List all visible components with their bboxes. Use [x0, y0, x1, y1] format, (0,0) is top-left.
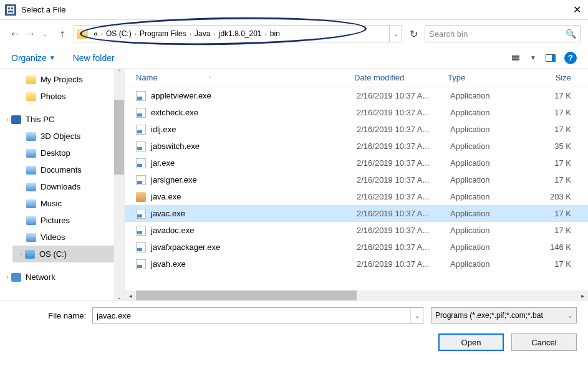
- file-icon: [136, 91, 146, 101]
- search-input-wrap[interactable]: 🔍: [425, 25, 581, 42]
- tree-item[interactable]: Downloads: [12, 178, 124, 195]
- scroll-left-icon[interactable]: ◂: [125, 290, 136, 300]
- file-icon: [136, 125, 146, 135]
- file-row[interactable]: javac.exe2/16/2019 10:37 A...Application…: [125, 205, 588, 222]
- refresh-button[interactable]: ↻: [406, 28, 421, 40]
- tree-item[interactable]: Desktop: [12, 145, 124, 161]
- spec-icon: [26, 199, 36, 208]
- file-size: 17 K: [536, 209, 571, 218]
- scroll-thumb[interactable]: [114, 100, 124, 175]
- recent-dropdown[interactable]: ⌄: [37, 31, 52, 37]
- file-type: Application: [450, 141, 536, 151]
- view-options-button[interactable]: [508, 50, 523, 65]
- file-name: javafxpackager.exe: [151, 242, 357, 252]
- file-row[interactable]: javafxpackager.exe2/16/2019 10:37 A...Ap…: [125, 239, 588, 256]
- file-row[interactable]: jar.exe2/16/2019 10:37 A...Application17…: [125, 155, 588, 171]
- scroll-up-icon[interactable]: ⌃: [114, 69, 124, 75]
- file-row[interactable]: javadoc.exe2/16/2019 10:37 A...Applicati…: [125, 222, 588, 239]
- breadcrumb-item[interactable]: jdk1.8.0_201: [216, 29, 265, 38]
- breadcrumb-item[interactable]: Program Files: [137, 29, 190, 38]
- folder-icon: [26, 92, 36, 101]
- file-size: 17 K: [536, 259, 571, 269]
- filename-input[interactable]: [93, 308, 410, 323]
- column-type[interactable]: Type: [448, 73, 534, 82]
- file-row[interactable]: idlj.exe2/16/2019 10:37 A...Application1…: [125, 121, 588, 138]
- file-icon: [136, 259, 146, 269]
- column-name[interactable]: Name⌃: [136, 73, 354, 82]
- back-button[interactable]: ←: [7, 27, 22, 41]
- file-name: java.exe: [151, 192, 357, 201]
- history-dropdown-icon[interactable]: ⌄: [389, 26, 402, 42]
- file-type: Application: [450, 242, 536, 252]
- folder-icon: [77, 29, 88, 39]
- view-options-dropdown[interactable]: ▼: [526, 50, 541, 65]
- new-folder-button[interactable]: New folder: [73, 53, 115, 63]
- spec-icon: [26, 149, 36, 158]
- file-row[interactable]: appletviewer.exe2/16/2019 10:37 A...Appl…: [125, 87, 588, 104]
- file-size: 17 K: [536, 226, 571, 235]
- filename-label: File name:: [11, 311, 92, 320]
- filename-dropdown-icon[interactable]: ⌄: [410, 308, 423, 323]
- column-size[interactable]: Size: [534, 73, 571, 82]
- file-row[interactable]: jarsigner.exe2/16/2019 10:37 A...Applica…: [125, 171, 588, 188]
- file-name: jabswitch.exe: [151, 141, 357, 151]
- up-button[interactable]: ↑: [55, 27, 70, 41]
- filename-combo[interactable]: ⌄: [92, 307, 423, 323]
- tree-item[interactable]: Videos: [12, 229, 124, 246]
- file-type: Application: [450, 125, 536, 134]
- file-date: 2/16/2019 10:37 A...: [357, 175, 450, 184]
- breadcrumb-item[interactable]: bin: [267, 29, 283, 38]
- file-date: 2/16/2019 10:37 A...: [357, 259, 450, 269]
- file-row[interactable]: javah.exe2/16/2019 10:37 A...Application…: [125, 256, 588, 272]
- spec-icon: [26, 132, 36, 141]
- expand-icon[interactable]: ›: [4, 274, 11, 280]
- breadcrumb-item[interactable]: Java: [191, 29, 213, 38]
- file-row[interactable]: jabswitch.exe2/16/2019 10:37 A...Applica…: [125, 138, 588, 155]
- tree-item[interactable]: Pictures: [12, 212, 124, 229]
- tree-item[interactable]: Photos: [12, 88, 124, 105]
- horizontal-scrollbar[interactable]: ◂ ▸: [125, 290, 588, 300]
- breadcrumb-item[interactable]: «: [90, 29, 101, 38]
- file-row[interactable]: java.exe2/16/2019 10:37 A...Application2…: [125, 188, 588, 205]
- file-name: extcheck.exe: [151, 108, 357, 117]
- tree-item[interactable]: My Projects: [12, 71, 124, 88]
- tree-item[interactable]: ›Network: [12, 269, 124, 285]
- search-input[interactable]: [429, 29, 566, 39]
- tree-item[interactable]: ›This PC: [12, 111, 124, 128]
- expand-icon[interactable]: ›: [17, 251, 25, 257]
- tree-item[interactable]: 3D Objects: [12, 128, 124, 145]
- spec-icon: [26, 166, 36, 175]
- tree-item-label: Music: [41, 199, 62, 208]
- breadcrumb[interactable]: «›OS (C:)›Program Files›Java›jdk1.8.0_20…: [74, 25, 402, 42]
- expand-icon[interactable]: ›: [4, 116, 11, 123]
- tree-item[interactable]: Music: [12, 195, 124, 212]
- breadcrumb-item[interactable]: OS (C:): [103, 29, 135, 38]
- tree-item-label: Downloads: [41, 182, 80, 191]
- column-date[interactable]: Date modified: [354, 73, 448, 82]
- file-size: 203 K: [536, 192, 571, 201]
- scroll-down-icon[interactable]: ⌄: [114, 294, 124, 300]
- file-icon: [136, 158, 146, 168]
- close-icon[interactable]: ✕: [573, 4, 583, 16]
- spec-icon: [26, 216, 36, 225]
- tree-item[interactable]: ›OS (C:): [12, 246, 124, 262]
- filter-dropdown-icon[interactable]: ⌄: [567, 312, 572, 319]
- file-date: 2/16/2019 10:37 A...: [357, 242, 450, 252]
- search-icon[interactable]: 🔍: [566, 29, 576, 39]
- cancel-button[interactable]: Cancel: [511, 333, 577, 351]
- tree-item[interactable]: Documents: [12, 161, 124, 178]
- file-row[interactable]: extcheck.exe2/16/2019 10:37 A...Applicat…: [125, 104, 588, 121]
- file-type-filter[interactable]: Programs (*.exe;*.pif;*.com;*.bat ⌄: [431, 307, 577, 323]
- hscroll-thumb[interactable]: [136, 290, 357, 300]
- scroll-right-icon[interactable]: ▸: [577, 290, 588, 300]
- file-icon: [136, 226, 146, 236]
- help-icon[interactable]: ?: [564, 52, 577, 64]
- file-type: Application: [450, 158, 536, 168]
- file-icon: [136, 108, 146, 118]
- open-button[interactable]: Open: [438, 333, 504, 351]
- organize-menu[interactable]: Organize ▼: [11, 53, 55, 63]
- file-name: javah.exe: [151, 259, 357, 269]
- forward-button: →: [22, 27, 37, 41]
- tree-scrollbar[interactable]: ⌃ ⌄: [114, 69, 124, 300]
- preview-pane-button[interactable]: [543, 50, 558, 65]
